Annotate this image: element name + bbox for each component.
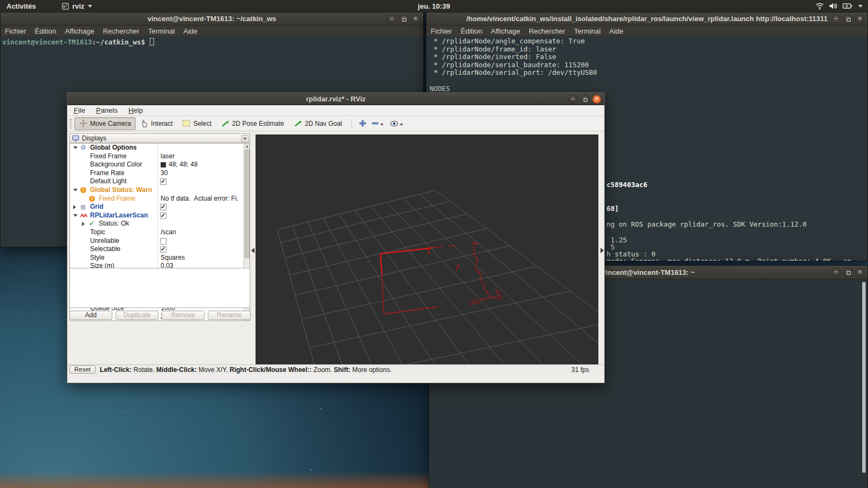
tree-row-value[interactable]: No tf data. Actual error: Fi.	[161, 195, 243, 203]
checkbox-checked[interactable]	[160, 213, 167, 219]
tree-row-fixed-frame[interactable]: !Fixed FrameNo tf data. Actual error: Fi…	[70, 195, 244, 203]
close-button[interactable]: ×	[856, 15, 864, 23]
tree-row-grid[interactable]: ▦Grid	[70, 203, 244, 211]
viewport-render	[256, 134, 598, 370]
menu-item-aide[interactable]: Aide	[179, 27, 202, 35]
checkbox-unchecked[interactable]	[160, 238, 167, 245]
rviz-titlebar[interactable]: rplidar.rviz* - RViz − ×	[67, 93, 604, 105]
tree-row-status-ok[interactable]: ✓Status: Ok	[70, 220, 244, 228]
toolbar-drag-handle[interactable]	[69, 119, 72, 129]
tree-row-value[interactable]: /scan	[161, 228, 243, 237]
add-button[interactable]: Add	[69, 311, 112, 320]
select-tool[interactable]: Select	[177, 117, 216, 130]
battery-icon[interactable]	[843, 2, 853, 10]
pose-estimate-tool[interactable]: 2D Pose Estimate	[216, 117, 289, 130]
tree-row-style[interactable]: StyleSquares	[70, 254, 244, 262]
expand-right-panel-icon[interactable]	[601, 248, 604, 253]
tree-row-background-color[interactable]: Background Color48; 48; 48	[70, 160, 244, 169]
color-swatch[interactable]	[161, 162, 166, 168]
menu-item-rechercher[interactable]: Rechercher	[525, 27, 570, 35]
expand-arrow-icon[interactable]	[82, 222, 85, 226]
terminal-output-line	[430, 77, 867, 85]
close-button[interactable]: ×	[592, 95, 601, 104]
focus-camera-tool[interactable]	[387, 117, 407, 130]
tree-row-default-light[interactable]: Default Light	[70, 177, 244, 186]
remove-button[interactable]: Remove	[162, 311, 205, 320]
collapse-arrow-icon[interactable]	[73, 214, 78, 217]
tree-scrollbar-thumb[interactable]	[245, 150, 250, 258]
menu-item-file[interactable]: File	[67, 106, 91, 114]
menu-item-dition[interactable]: Édition	[456, 27, 487, 35]
checkbox-checked[interactable]	[160, 204, 167, 210]
pose-arrow-icon	[221, 119, 229, 127]
minimize-button[interactable]: −	[387, 15, 396, 23]
tree-row-value[interactable]: 48; 48; 48	[169, 160, 250, 169]
volume-icon[interactable]	[829, 2, 838, 10]
tree-row-fixed-frame[interactable]: Fixed Framelaser	[70, 152, 244, 161]
minimize-button[interactable]: −	[569, 95, 577, 104]
tree-row-global-options[interactable]: ⚙Global Options	[70, 144, 244, 152]
menu-item-terminal[interactable]: Terminal	[144, 27, 179, 35]
rviz-menubar: FilePanelsHelp	[67, 105, 604, 116]
close-icon[interactable]: ✕	[241, 135, 248, 142]
tree-row-unreliable[interactable]: Unreliable	[70, 237, 244, 246]
tree-row-topic[interactable]: Topic/scan	[70, 228, 244, 237]
terminal-right-titlebar[interactable]: /home/vincent/catkin_ws/install_isolated…	[426, 12, 867, 25]
tree-row-value[interactable]: Squares	[161, 254, 243, 262]
minimize-button[interactable]: −	[832, 268, 840, 277]
terminal-cursor	[150, 38, 154, 46]
minimize-button[interactable]: −	[832, 15, 840, 23]
terminal-bottom-title: vincent@vincent-TM1613: ~	[602, 268, 694, 277]
tree-row-selectable[interactable]: Selectable	[70, 245, 244, 254]
tree-row-value[interactable]: 30	[161, 169, 243, 178]
reset-button[interactable]: Reset	[69, 365, 95, 374]
menu-item-help[interactable]: Help	[123, 106, 149, 114]
close-button[interactable]: ×	[411, 15, 420, 23]
interact-tool[interactable]: Interact	[136, 117, 177, 130]
collapse-left-panel-icon[interactable]	[251, 248, 254, 253]
menu-item-fichier[interactable]: Fichier	[1, 27, 30, 35]
checkbox-checked[interactable]	[160, 178, 167, 185]
menu-item-rechercher[interactable]: Rechercher	[99, 27, 144, 35]
tree-row-global-status-warn[interactable]: !Global Status: Warn	[70, 186, 244, 195]
maximize-button[interactable]	[844, 268, 852, 277]
menu-item-terminal[interactable]: Terminal	[570, 27, 605, 35]
status-ok-icon: ✓	[89, 220, 94, 228]
move-icon	[79, 119, 87, 127]
zoom-out-tool[interactable]	[369, 117, 387, 130]
terminal-bottom-scrollbar[interactable]	[862, 282, 866, 473]
duplicate-button[interactable]: Duplicate	[116, 311, 158, 320]
checkbox-checked[interactable]	[160, 246, 167, 253]
rename-button[interactable]: Rename	[208, 311, 251, 320]
terminal-left-titlebar[interactable]: vincent@vincent-TM1613: ~/catkin_ws − ×	[1, 12, 423, 25]
menu-item-dition[interactable]: Édition	[30, 27, 61, 35]
displays-panel-title: Displays	[82, 134, 106, 142]
tree-row-value[interactable]: laser	[161, 152, 243, 161]
collapse-arrow-icon[interactable]	[73, 146, 78, 149]
system-menu-chevron-icon[interactable]	[858, 5, 863, 8]
zoom-in-tool[interactable]	[356, 117, 369, 130]
menu-item-affichage[interactable]: Affichage	[61, 27, 99, 35]
close-button[interactable]: ×	[856, 268, 864, 277]
tree-row-frame-rate[interactable]: Frame Rate30	[70, 169, 244, 178]
rviz-window: rplidar.rviz* - RViz − × FilePanelsHelp …	[67, 92, 605, 383]
collapse-arrow-icon[interactable]	[73, 189, 78, 191]
tree-row-rplidarlaserscan[interactable]: RPLidarLaserScan	[70, 211, 244, 220]
terminal-output-fragment: 68]	[607, 205, 619, 213]
menu-item-panels[interactable]: Panels	[91, 106, 123, 114]
expand-arrow-icon[interactable]	[73, 205, 76, 209]
menu-item-affichage[interactable]: Affichage	[487, 27, 525, 35]
nav-goal-tool[interactable]: 2D Nav Goal	[289, 117, 347, 130]
rviz-3d-viewport[interactable]	[256, 134, 598, 370]
menu-item-fichier[interactable]: Fichier	[426, 27, 456, 35]
maximize-button[interactable]	[844, 15, 852, 23]
move-camera-tool[interactable]: Move Camera	[74, 117, 136, 130]
clock[interactable]: jeu. 10:39	[0, 2, 868, 10]
move-camera-label: Move Camera	[90, 120, 131, 127]
maximize-button[interactable]	[399, 15, 408, 23]
scroll-up-icon[interactable]: ▲	[245, 144, 250, 149]
wifi-icon[interactable]	[815, 2, 824, 10]
displays-panel-header[interactable]: Displays ✕	[69, 133, 250, 143]
menu-item-aide[interactable]: Aide	[605, 27, 628, 35]
maximize-button[interactable]	[580, 95, 589, 104]
